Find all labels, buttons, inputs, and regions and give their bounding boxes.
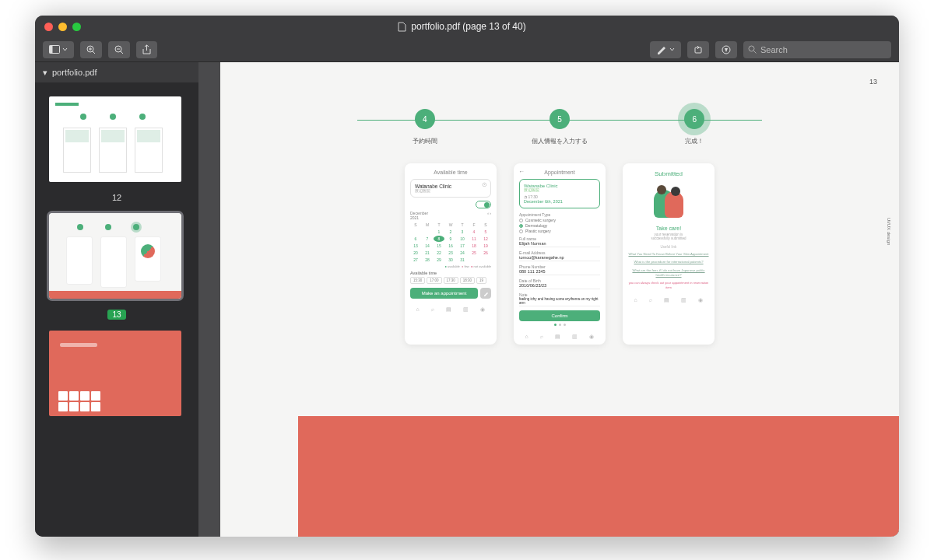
search-placeholder: Search xyxy=(760,45,788,54)
home-icon: ⌂ xyxy=(416,306,420,313)
card-title: Appointment xyxy=(519,170,600,175)
document-viewport[interactable]: 13 UI/UX design 4 予約時間 5 個人情報を入力する 6 完成！ xyxy=(198,62,899,537)
page-thumbnail-13[interactable] xyxy=(49,213,181,299)
page-thumbnail-12[interactable] xyxy=(49,96,181,182)
more-icon: ⊙ xyxy=(482,181,487,188)
sidebar-tab[interactable]: ▾ portfolio.pdf xyxy=(35,62,198,82)
progress-stepper: 4 予約時間 5 個人情報を入力する 6 完成！ xyxy=(357,109,762,145)
bottom-nav: ⌂⌕▤▥◉ xyxy=(628,294,709,303)
submitted-title: Submitted xyxy=(628,170,709,177)
step-6: 6 完成！ xyxy=(627,109,762,145)
clinic-box: ⊙ Watanabe Clinic 渡辺医院 xyxy=(410,179,491,198)
radio-option: Cosmetic surgery xyxy=(519,218,600,222)
calendar-icon: ▤ xyxy=(664,297,669,303)
thumbnail-label-12: 12 xyxy=(49,193,184,202)
search-field[interactable]: Search xyxy=(743,41,891,58)
thumbnail-label-13: 13 xyxy=(107,310,125,320)
page-thumbnail-14[interactable] xyxy=(49,331,181,416)
window-controls xyxy=(44,23,81,31)
doc-icon: ▥ xyxy=(463,306,469,313)
pdf-page: 13 UI/UX design 4 予約時間 5 個人情報を入力する 6 完成！ xyxy=(220,62,899,537)
edit-icon xyxy=(480,288,491,299)
make-appointment-button: Make an appointment xyxy=(410,288,478,299)
page-number: 13 xyxy=(869,78,877,86)
share-button[interactable] xyxy=(136,41,157,58)
window-title: portfolio.pdf (page 13 of 40) xyxy=(87,21,837,32)
rotate-button[interactable] xyxy=(687,41,709,58)
disclosure-triangle-icon: ▾ xyxy=(43,68,47,78)
calendar-icon: ▤ xyxy=(446,306,451,313)
calendar: SMTWTFS 12345 6789101112 13141516171819 … xyxy=(410,222,491,263)
search-icon xyxy=(748,45,757,54)
search-icon: ⌕ xyxy=(431,306,434,313)
radio-option: Plastic surgery xyxy=(519,229,600,233)
maximize-window-button[interactable] xyxy=(72,23,81,31)
search-icon: ⌕ xyxy=(649,297,652,303)
home-icon: ⌂ xyxy=(525,334,528,340)
home-icon: ⌂ xyxy=(634,297,637,303)
svg-point-6 xyxy=(749,46,754,51)
side-caption: UI/UX design xyxy=(887,218,891,245)
chevron-icons: ‹ › xyxy=(487,211,491,220)
bottom-nav: ⌂⌕▤▥◉ xyxy=(519,331,600,340)
doc-icon: ▥ xyxy=(572,334,578,340)
sidebar: ▾ portfolio.pdf 12 xyxy=(35,62,198,537)
chevron-down-icon xyxy=(669,47,675,51)
search-icon: ⌕ xyxy=(540,334,543,340)
chevron-down-icon xyxy=(62,47,68,51)
calendar-icon: ▤ xyxy=(555,334,560,340)
step-4: 4 予約時間 xyxy=(357,109,492,145)
mockup-appointment-form: ← Appointment Watanabe Clinic 渡辺医院 ◔ 17:… xyxy=(514,163,606,345)
highlight-button[interactable] xyxy=(715,41,737,58)
title-text: portfolio.pdf (page 13 of 40) xyxy=(411,21,525,32)
card-title: Available time xyxy=(410,170,491,175)
user-icon: ◉ xyxy=(480,306,485,313)
mockup-submitted: Submitted Take care! your reservation is… xyxy=(623,163,715,345)
sidebar-view-button[interactable] xyxy=(43,41,74,58)
mockup-available-time: Available time ⊙ Watanabe Clinic 渡辺医院 De… xyxy=(405,163,497,345)
minimize-window-button[interactable] xyxy=(58,23,67,31)
markup-button[interactable] xyxy=(650,41,681,58)
toolbar: Search xyxy=(35,37,899,62)
zoom-out-button[interactable] xyxy=(108,41,130,58)
document-icon xyxy=(398,22,406,32)
zoom-in-button[interactable] xyxy=(80,41,102,58)
time-slots: 15:30 17:00 17:30 18:30 19 xyxy=(410,277,491,284)
bottom-nav: ⌂⌕▤▥◉ xyxy=(410,303,491,313)
radio-option: Dermatology xyxy=(519,223,600,228)
user-icon: ◉ xyxy=(698,297,703,303)
titlebar: portfolio.pdf (page 13 of 40) xyxy=(35,16,899,37)
tab-label: portfolio.pdf xyxy=(52,68,97,77)
svg-rect-1 xyxy=(50,46,53,54)
step-5: 5 個人情報を入力する xyxy=(492,109,627,145)
preview-window: portfolio.pdf (page 13 of 40) xyxy=(35,16,899,537)
back-arrow-icon: ← xyxy=(518,168,525,175)
user-icon: ◉ xyxy=(589,334,594,340)
toggle xyxy=(476,201,491,208)
doc-icon: ▥ xyxy=(681,297,686,303)
coral-section xyxy=(298,416,899,537)
close-window-button[interactable] xyxy=(44,23,53,31)
confirm-button: Confirm xyxy=(519,310,600,321)
hug-illustration xyxy=(649,182,688,221)
